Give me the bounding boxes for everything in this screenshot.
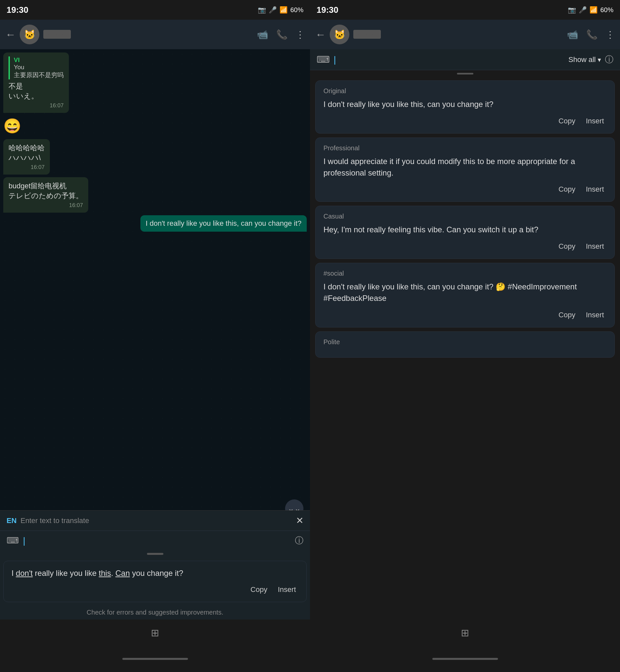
right-mic-icon: 🎤 [579,6,587,14]
right-video-call-icon[interactable]: 📹 [567,29,578,40]
message-sent: I don't really like you like this, can y… [140,215,307,231]
left-status-bar: 19:30 📷 🎤 📶 60% [0,0,310,20]
right-bottom-keyboard[interactable]: ⊞ [310,620,620,646]
translate-bar: EN Enter text to translate ✕ [0,510,310,530]
ai-scroll-indicator [310,70,620,77]
right-panel: 19:30 📷 🎤 📶 60% ← 🐱 •••••••••• 📹 📞 ⋮ ⌨ |… [310,0,620,672]
keyboard-bar: ⌨ | ⓘ [0,530,310,550]
right-status-bar: 19:30 📷 🎤 📶 60% [310,0,620,20]
right-home-indicator [432,658,498,660]
card-social-actions: Copy Insert [323,309,607,321]
card-professional: Professional I would appreciate it if yo… [315,138,615,202]
ai-cursor: | [333,54,336,65]
right-voice-call-icon[interactable]: 📞 [586,29,598,40]
left-header-bar: ← 🐱 •••••••••• 📹 📞 ⋮ [0,20,310,49]
left-status-icons: 📷 🎤 📶 60% [258,6,303,14]
card-social-text: I don't really like you like this, can y… [323,281,607,304]
right-back-button[interactable]: ← [315,29,326,41]
message-3-text: 哈哈哈哈哈ハハハハ\ [8,143,45,163]
left-header-actions: 📹 📞 ⋮ [257,29,305,40]
suggestion-text: I don't really like you like this. Can y… [11,568,299,579]
suggestion-box: I don't really like you like this. Can y… [3,561,307,602]
ai-keyboard-icon: ⌨ [317,54,330,65]
message-1-text: 不是いいえ。 [8,82,64,101]
card-polite-label: Polite [323,338,607,346]
message-1: VI You 主要原因不是穷吗 不是いいえ。 16:07 [3,52,69,113]
card-original-label: Original [323,87,607,95]
message-sent-text: I don't really like you like this, can y… [146,219,302,228]
right-contact-name: •••••••••• [353,30,563,39]
right-wifi-icon: 📶 [589,6,598,14]
suggestion-insert-button[interactable]: Insert [275,584,299,595]
mic-icon: 🎤 [269,6,277,14]
card-original-copy-button[interactable]: Copy [556,115,578,127]
right-camera-icon: 📷 [568,6,576,14]
message-1-quote-text: 主要原因不是穷吗 [14,71,64,80]
card-original: Original I don't really like you like th… [315,81,615,134]
message-3: 哈哈哈哈哈ハハハハ\ 16:07 [3,139,50,174]
right-time: 19:30 [317,5,339,15]
translate-lang-label: EN [7,516,17,525]
card-casual-insert-button[interactable]: Insert [583,241,607,252]
text-cursor: | [23,535,25,546]
left-contact-name: •••••••••• [43,30,253,39]
card-original-insert-button[interactable]: Insert [583,115,607,127]
left-more-icon[interactable]: ⋮ [296,29,305,40]
keyboard-icon: ⌨ [7,535,19,546]
left-bottom-nav [0,646,310,672]
left-back-button[interactable]: ← [5,29,16,41]
left-home-indicator [122,658,188,660]
card-polite: Polite [315,331,615,358]
message-4-text: budget留给电视机テレビのための予算。 [8,181,83,201]
right-header-info: •••••••••• [353,30,563,39]
scroll-indicator [0,550,310,558]
chevron-down-icon: ▾ [598,56,601,64]
battery-text: 60% [290,6,303,14]
suggestion-actions: Copy Insert [11,584,299,595]
card-professional-label: Professional [323,144,607,152]
card-casual-copy-button[interactable]: Copy [556,241,578,252]
suggestion-copy-button[interactable]: Copy [248,584,270,595]
card-original-actions: Copy Insert [323,115,607,127]
left-bottom-keyboard[interactable]: ⊞ [0,620,310,646]
card-social: #social I don't really like you like thi… [315,263,615,327]
ai-scroll-dot [457,73,473,74]
message-emoji: 😄 [3,115,307,137]
info-icon: ⓘ [295,535,303,546]
wifi-icon: 📶 [279,6,288,14]
right-avatar: 🐱 [330,24,349,44]
ai-toolbar: ⌨ | Show all ▾ ⓘ [310,49,620,70]
camera-icon: 📷 [258,6,266,14]
message-1-time: 16:07 [8,102,64,109]
show-all-label: Show all [568,55,596,64]
suggestion-hint: Check for errors and suggested improveme… [0,605,310,620]
translate-input-placeholder[interactable]: Enter text to translate [21,516,292,525]
left-avatar: 🐱 [20,24,39,44]
card-professional-copy-button[interactable]: Copy [556,184,578,195]
left-video-call-icon[interactable]: 📹 [257,29,268,40]
right-header-actions: 📹 📞 ⋮ [567,29,615,40]
card-casual: Casual Hey, I'm not really feeling this … [315,206,615,259]
left-panel: 19:30 📷 🎤 📶 60% ← 🐱 •••••••••• 📹 📞 ⋮ [0,0,310,672]
ai-info-icon: ⓘ [605,54,613,65]
translate-close-button[interactable]: ✕ [296,515,303,526]
right-bottom-nav [310,646,620,672]
show-all-button[interactable]: Show all ▾ [568,55,601,64]
card-casual-text: Hey, I'm not really feeling this vibe. C… [323,224,607,236]
message-3-time: 16:07 [8,164,45,171]
right-battery-text: 60% [600,6,613,14]
card-original-text: I don't really like you like this, can y… [323,99,607,110]
card-casual-label: Casual [323,213,607,220]
message-1-quote-author: You [14,64,64,71]
message-4: budget留给电视机テレビのための予算。 16:07 [3,177,88,213]
card-casual-actions: Copy Insert [323,241,607,252]
card-professional-insert-button[interactable]: Insert [583,184,607,195]
card-social-copy-button[interactable]: Copy [556,309,578,321]
right-more-icon[interactable]: ⋮ [606,29,615,40]
left-time: 19:30 [7,5,29,15]
card-social-insert-button[interactable]: Insert [583,309,607,321]
messages-list: VI You 主要原因不是穷吗 不是いいえ。 16:07 😄 哈哈哈哈哈ハハハハ… [3,52,307,231]
message-1-quote-label: VI [14,56,64,64]
right-header-bar: ← 🐱 •••••••••• 📹 📞 ⋮ [310,20,620,49]
left-voice-call-icon[interactable]: 📞 [276,29,288,40]
